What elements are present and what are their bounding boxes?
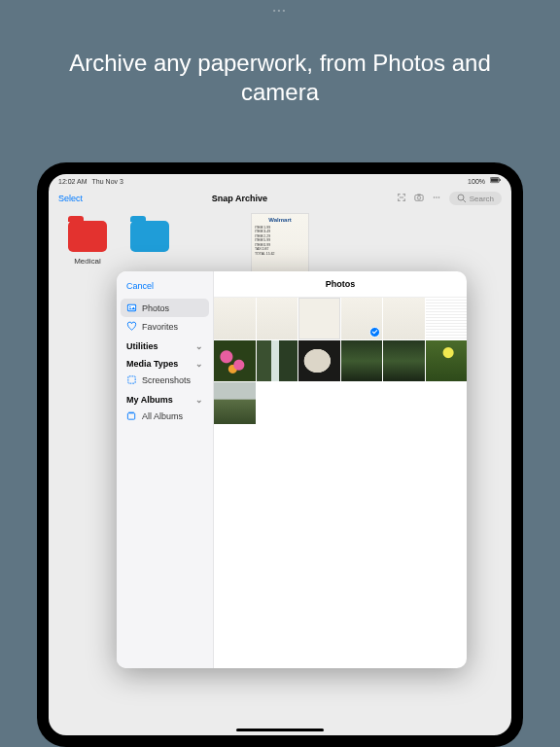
- svg-point-4: [417, 196, 420, 199]
- photo-thumb[interactable]: [298, 298, 340, 339]
- svg-rect-1: [491, 178, 499, 181]
- folder-untitled[interactable]: [128, 221, 171, 266]
- svg-rect-16: [128, 412, 134, 413]
- chevron-down-icon: ⌄: [195, 395, 203, 405]
- photos-icon: [126, 302, 137, 313]
- more-icon[interactable]: [432, 193, 441, 204]
- svg-point-9: [458, 195, 464, 200]
- albums-icon: [126, 410, 137, 421]
- sidebar-section-media-types[interactable]: Media Types ⌄: [121, 353, 209, 371]
- photo-grid: [214, 298, 467, 424]
- receipt-brand: Walmart: [255, 217, 305, 224]
- photo-thumb[interactable]: [383, 340, 425, 382]
- picker-title: Photos: [214, 271, 467, 298]
- photo-thumb[interactable]: [214, 298, 256, 339]
- search-placeholder: Search: [470, 195, 494, 203]
- chevron-down-icon: ⌄: [195, 359, 203, 369]
- photo-thumb[interactable]: [214, 382, 256, 424]
- sidebar-item-screenshots[interactable]: Screenshots: [121, 371, 209, 389]
- sidebar-item-label: All Albums: [142, 411, 183, 421]
- sidebar-header-label: My Albums: [126, 395, 173, 405]
- sidebar-section-my-albums[interactable]: My Albums ⌄: [121, 389, 209, 407]
- sidebar-item-label: Favorites: [142, 322, 178, 332]
- photo-thumb[interactable]: [214, 340, 256, 382]
- heart-icon: [126, 321, 137, 332]
- app-toolbar: Select Snap Archive Search: [49, 188, 511, 209]
- photo-thumb[interactable]: [426, 298, 468, 339]
- sidebar-item-all-albums[interactable]: All Albums: [121, 407, 209, 425]
- ipad-device-frame: 12:02 AM Thu Nov 3 100% Select Snap Arch…: [37, 162, 523, 747]
- photo-thumb[interactable]: [257, 340, 298, 382]
- page-indicator-dots: •••: [273, 6, 287, 15]
- folder-icon: [130, 221, 169, 252]
- photo-thumb[interactable]: [426, 340, 468, 382]
- svg-point-6: [433, 196, 435, 198]
- sidebar-item-label: Screenshots: [142, 375, 191, 385]
- picker-main: Photos: [214, 271, 467, 668]
- svg-point-8: [438, 196, 439, 198]
- sidebar-header-label: Utilities: [126, 341, 158, 351]
- photo-thumb[interactable]: [341, 340, 383, 382]
- photo-thumb[interactable]: [257, 298, 298, 339]
- checkmark-icon: [369, 327, 380, 338]
- photo-thumb-selected[interactable]: [341, 298, 383, 339]
- scan-icon[interactable]: [397, 193, 406, 204]
- picker-sidebar: Cancel Photos Favorites Utilities ⌄: [117, 271, 214, 668]
- ipad-screen: 12:02 AM Thu Nov 3 100% Select Snap Arch…: [49, 174, 511, 735]
- camera-icon[interactable]: [414, 193, 424, 204]
- app-title: Snap Archive: [83, 194, 397, 203]
- svg-rect-5: [417, 195, 420, 196]
- svg-line-10: [463, 199, 466, 202]
- search-field[interactable]: Search: [449, 192, 502, 205]
- status-bar: 12:02 AM Thu Nov 3 100%: [49, 174, 511, 188]
- screenshot-icon: [126, 374, 137, 385]
- svg-rect-15: [127, 413, 134, 419]
- svg-rect-14: [128, 376, 135, 383]
- sidebar-item-photos[interactable]: Photos: [121, 299, 209, 317]
- folder-label: Medical: [66, 257, 109, 266]
- svg-point-13: [129, 306, 130, 307]
- svg-rect-12: [128, 305, 135, 311]
- battery-icon: [490, 177, 502, 185]
- sidebar-header-label: Media Types: [126, 359, 178, 369]
- home-indicator[interactable]: [236, 729, 324, 731]
- folder-medical[interactable]: Medical: [66, 221, 109, 266]
- svg-rect-2: [500, 179, 501, 181]
- svg-point-7: [436, 196, 438, 198]
- marketing-headline: Archive any paperwork, from Photos and c…: [0, 49, 560, 107]
- select-button[interactable]: Select: [58, 194, 83, 203]
- photo-thumb[interactable]: [383, 298, 425, 339]
- sidebar-item-favorites[interactable]: Favorites: [121, 317, 209, 336]
- cancel-button[interactable]: Cancel: [121, 279, 209, 299]
- sidebar-section-utilities[interactable]: Utilities ⌄: [121, 336, 209, 353]
- chevron-down-icon: ⌄: [195, 341, 203, 351]
- status-date: Thu Nov 3: [92, 178, 123, 185]
- receipt-lines: ITEM 1.99ITEM 3.49ITEM 2.29ITEM 5.99ITEM…: [255, 226, 305, 257]
- status-time: 12:02 AM: [58, 178, 88, 185]
- sidebar-item-label: Photos: [142, 303, 169, 313]
- photo-thumb[interactable]: [298, 340, 340, 382]
- battery-text: 100%: [468, 178, 485, 185]
- folder-icon: [68, 221, 107, 252]
- photo-picker-popover: Cancel Photos Favorites Utilities ⌄: [117, 271, 467, 668]
